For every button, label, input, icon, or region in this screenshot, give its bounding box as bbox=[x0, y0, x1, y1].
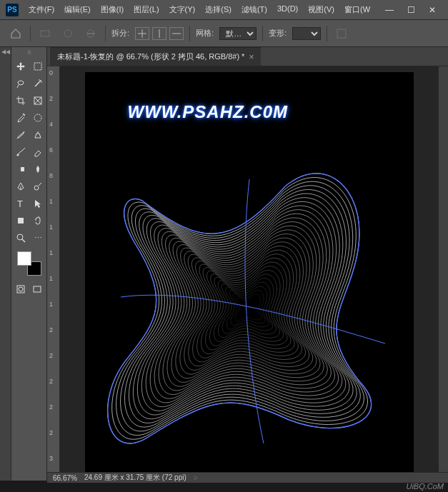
separator bbox=[327, 26, 327, 41]
ruler-tick: 2 bbox=[49, 95, 53, 102]
split-cross-button[interactable] bbox=[135, 27, 149, 40]
ruler-horizontal[interactable]: 0 2 4 6 8 10 12 14 16 18 20 22 24 bbox=[60, 66, 448, 66]
separator bbox=[262, 26, 263, 41]
dodge-tool[interactable] bbox=[30, 179, 46, 194]
status-bar: 66.67% 24.69 厘米 x 31.75 厘米 (72 ppi) > bbox=[47, 472, 448, 483]
app-logo: PS bbox=[6, 4, 19, 16]
app-logo-text: PS bbox=[7, 6, 16, 14]
separator bbox=[30, 26, 31, 41]
lasso-tool[interactable] bbox=[13, 76, 29, 91]
orientation-icon[interactable] bbox=[333, 25, 350, 42]
ruler-tick: 22 bbox=[380, 66, 387, 66]
shape-tool[interactable] bbox=[13, 213, 29, 229]
foreground-color-swatch[interactable] bbox=[17, 251, 31, 266]
ruler-tick: 10 bbox=[209, 66, 216, 66]
zoom-level[interactable]: 66.67% bbox=[53, 474, 77, 482]
ruler-tick: 1 bbox=[49, 275, 53, 282]
mesh2-icon[interactable] bbox=[82, 25, 99, 42]
ruler-tick: 2 bbox=[49, 352, 53, 359]
mesh-icon[interactable] bbox=[59, 25, 76, 42]
gradient-tool[interactable] bbox=[13, 161, 29, 177]
transform-select[interactable] bbox=[292, 27, 321, 40]
ruler-tick: 2 bbox=[49, 429, 53, 436]
svg-rect-29 bbox=[34, 286, 41, 292]
history-brush-tool[interactable] bbox=[13, 144, 29, 160]
svg-rect-20 bbox=[17, 167, 21, 171]
artboard-tool[interactable] bbox=[30, 59, 46, 74]
svg-rect-0 bbox=[41, 31, 49, 36]
svg-rect-24 bbox=[18, 218, 24, 224]
eyedropper-tool[interactable] bbox=[13, 110, 29, 126]
menu-select[interactable]: 选择(S) bbox=[201, 2, 236, 17]
vertical-scrollbar[interactable] bbox=[438, 66, 448, 472]
grid-label: 网格: bbox=[196, 28, 214, 39]
status-arrow-icon[interactable]: > bbox=[194, 474, 198, 482]
svg-point-18 bbox=[17, 154, 19, 156]
move-tool[interactable] bbox=[13, 59, 29, 74]
menu-view[interactable]: 视图(V) bbox=[304, 2, 339, 17]
grid-select[interactable]: 默… bbox=[219, 27, 257, 40]
blur-tool[interactable] bbox=[30, 161, 46, 177]
ruler-tick: 1 bbox=[49, 301, 53, 308]
ruler-tick: 6 bbox=[49, 146, 53, 154]
ruler-tick: 2 bbox=[49, 326, 53, 333]
tools-grip-icon[interactable]: ⠿ bbox=[13, 50, 45, 59]
svg-point-1 bbox=[64, 30, 71, 37]
screenmode-tool[interactable] bbox=[30, 281, 46, 297]
pen-tool[interactable] bbox=[13, 179, 29, 194]
menu-filter[interactable]: 滤镜(T) bbox=[237, 2, 272, 17]
ruler-tick: 4 bbox=[123, 66, 126, 66]
document-tab[interactable]: 未标题-1-恢复的 @ 66.7% (形状 2 拷贝 46, RGB/8#) *… bbox=[50, 47, 261, 66]
path-select-tool[interactable] bbox=[30, 196, 46, 211]
menu-layer[interactable]: 图层(L) bbox=[129, 2, 163, 17]
menu-edit[interactable]: 编辑(E) bbox=[60, 2, 95, 17]
svg-point-11 bbox=[40, 80, 41, 81]
watermark-text: WWW.PSAHZ.C0M bbox=[128, 102, 289, 122]
close-tab-icon[interactable]: × bbox=[249, 52, 254, 62]
ruler-tick: 0 bbox=[66, 66, 69, 66]
ruler-vertical[interactable]: 0 2 4 6 8 1 1 1 1 1 2 2 2 2 2 3 bbox=[47, 66, 60, 472]
menu-window[interactable]: 窗口(W bbox=[340, 2, 374, 17]
edit-toolbar-icon[interactable]: ⋯ bbox=[30, 230, 46, 246]
collapse-rail-icon[interactable]: ◀◀ bbox=[0, 47, 11, 56]
color-swatches[interactable] bbox=[17, 251, 41, 276]
crop-tool[interactable] bbox=[13, 93, 29, 109]
warp-icon[interactable] bbox=[36, 25, 54, 42]
ruler-tick: 20 bbox=[352, 66, 359, 66]
svg-line-22 bbox=[39, 183, 41, 186]
menu-type[interactable]: 文字(Y) bbox=[165, 2, 200, 17]
frame-tool[interactable] bbox=[30, 93, 46, 109]
svg-point-21 bbox=[34, 186, 39, 190]
ruler-tick: 8 bbox=[180, 66, 184, 66]
maximize-button[interactable]: ☐ bbox=[401, 3, 421, 17]
split-vert-button[interactable] bbox=[152, 27, 166, 40]
ruler-tick: 1 bbox=[49, 224, 53, 231]
type-tool[interactable]: T bbox=[13, 196, 29, 211]
close-button[interactable]: ✕ bbox=[422, 3, 442, 17]
clone-stamp-tool[interactable] bbox=[30, 127, 46, 143]
svg-point-25 bbox=[17, 234, 23, 240]
home-icon[interactable] bbox=[7, 25, 24, 42]
split-horiz-button[interactable] bbox=[169, 27, 184, 40]
ruler-tick: 2 bbox=[49, 378, 53, 385]
ruler-tick: 4 bbox=[49, 121, 53, 128]
marquee-ellipse-tool[interactable] bbox=[30, 110, 46, 126]
canvas[interactable]: WWW.PSAHZ.C0M bbox=[85, 72, 414, 472]
ruler-tick: 16 bbox=[294, 66, 302, 66]
workspace: ◀◀ ⠿ T ⋯ bbox=[0, 47, 448, 481]
brush-tool[interactable] bbox=[13, 127, 29, 143]
minimize-button[interactable]: — bbox=[379, 3, 399, 17]
document-area: 未标题-1-恢复的 @ 66.7% (形状 2 拷贝 46, RGB/8#) *… bbox=[47, 47, 448, 481]
menu-file[interactable]: 文件(F) bbox=[24, 2, 59, 17]
window-controls: — ☐ ✕ bbox=[379, 3, 442, 17]
zoom-tool[interactable] bbox=[13, 230, 29, 246]
quickmask-tool[interactable] bbox=[13, 281, 29, 297]
magic-wand-tool[interactable] bbox=[30, 76, 46, 91]
menu-image[interactable]: 图像(I) bbox=[96, 2, 128, 17]
hand-tool[interactable] bbox=[30, 213, 46, 229]
menu-3d[interactable]: 3D(D) bbox=[273, 2, 302, 17]
ruler-tick: 2 bbox=[49, 403, 53, 411]
canvas-viewport[interactable]: WWW.PSAHZ.C0M bbox=[60, 66, 438, 472]
left-rail: ◀◀ bbox=[0, 47, 11, 481]
eraser-tool[interactable] bbox=[30, 144, 46, 160]
